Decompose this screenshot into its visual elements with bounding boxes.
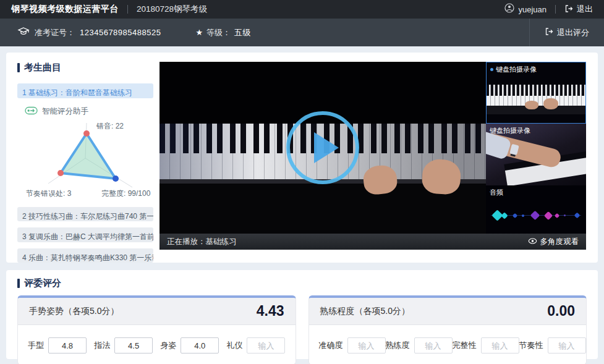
radar-polygon — [61, 133, 116, 179]
logout-icon — [545, 27, 553, 38]
audio-track[interactable]: 音频 — [486, 185, 586, 234]
now-playing-text: 正在播放：基础练习 — [167, 237, 237, 247]
session-title: 20180728钢琴考级 — [137, 4, 207, 15]
card-header: 手势姿势（各项5.0分） 4.43 — [18, 298, 296, 325]
graduation-cap-icon — [17, 27, 30, 38]
field-hand-shape: 手型 — [28, 337, 87, 353]
thumbnail-label: 键盘拍摄录像 — [490, 126, 530, 135]
radar-point-wrong-notes — [83, 130, 90, 137]
song-section-title-text: 考生曲目 — [24, 62, 61, 74]
card-total-score: 4.43 — [257, 303, 284, 320]
field-etiquette: 礼仪 — [226, 337, 285, 353]
scoring-section-title: 评委评分 — [17, 277, 587, 289]
accuracy-input[interactable] — [347, 337, 386, 353]
divider — [127, 5, 128, 14]
field-proficiency: 熟练度 — [386, 337, 453, 353]
radar-label-completeness: 完整度: 99/100 — [101, 189, 151, 198]
posture-input[interactable] — [181, 337, 219, 353]
username: yuejuan — [518, 5, 547, 14]
field-label: 熟练度 — [386, 340, 410, 351]
gesture-posture-card: 手势姿势（各项5.0分） 4.43 手型 指法 身姿 礼仪 — [17, 295, 296, 364]
user-avatar-icon — [504, 3, 514, 15]
smart-score-assistant[interactable]: 智能评分助手 — [25, 106, 153, 117]
radar-point-completeness — [113, 176, 119, 182]
logout-icon — [564, 4, 573, 15]
rhythm-input[interactable] — [548, 337, 586, 353]
thumb-hand — [525, 101, 538, 109]
field-rhythm: 节奏性 — [519, 337, 586, 353]
logout-button[interactable]: 退出 — [564, 4, 593, 15]
audio-label-text: 音频 — [490, 188, 503, 197]
exit-scoring-area: 退出评分 — [529, 19, 604, 46]
exit-scoring-label: 退出评分 — [557, 27, 589, 38]
top-bar-right: yuejuan 退出 — [504, 3, 593, 15]
level-group: ★ 等级： 五级 — [195, 27, 251, 38]
thumb-black-keys — [487, 85, 585, 96]
exam-panel: 考生曲目 1 基础练习：音阶和琶音基础练习 智能评分助手 — [6, 53, 598, 263]
multi-angle-label: 多角度观看 — [540, 237, 579, 247]
radar-chart: 错音: 22 节奏错误处: 3 完整度: 99/100 — [17, 118, 153, 201]
waveform-node — [544, 211, 553, 220]
field-label: 完整性 — [453, 340, 477, 351]
multi-angle-button[interactable]: 多角度观看 — [528, 237, 579, 247]
field-label: 礼仪 — [226, 340, 242, 351]
star-icon: ★ — [195, 28, 203, 37]
app-title: 钢琴视频考级数据运营平台 — [11, 4, 119, 15]
candidate-info-bar: 准考证号： 12345678985488525 ★ 等级： 五级 退出评分 — [0, 19, 604, 46]
field-label: 准确度 — [319, 340, 343, 351]
song-item-2[interactable]: 2 技巧性练习曲：车尔尼练习曲740 第一首 — [17, 207, 153, 222]
play-button[interactable] — [286, 111, 359, 184]
eye-icon — [528, 237, 537, 247]
thumbnail-keyboard-top[interactable]: 键盘拍摄录像 — [486, 62, 586, 124]
main-video[interactable] — [160, 62, 486, 234]
video-player: 键盘拍摄录像 键盘拍摄录像 音频 — [160, 62, 586, 250]
radar-label-wrong-notes: 错音: 22 — [96, 122, 124, 130]
hand-shape-input[interactable] — [48, 337, 87, 353]
card-header: 熟练程度（各项5.0分） 0.00 — [309, 298, 587, 325]
card-total-score: 0.00 — [547, 303, 575, 320]
fingering-input[interactable] — [114, 337, 153, 353]
thumbnail-label-text: 键盘拍摄录像 — [496, 65, 537, 74]
ticket-number: 12345678985488525 — [80, 28, 161, 37]
field-accuracy: 准确度 — [319, 337, 386, 353]
title-tick — [17, 279, 20, 288]
field-label: 指法 — [94, 340, 110, 351]
field-fingering: 指法 — [94, 337, 153, 353]
top-bar: 钢琴视频考级数据运营平台 20180728钢琴考级 yuejuan 退出 — [0, 0, 604, 19]
waveform-node — [530, 211, 540, 221]
card-title: 手势姿势（各项5.0分） — [29, 306, 119, 317]
exit-scoring-button[interactable]: 退出评分 — [545, 27, 589, 38]
song-section-title: 考生曲目 — [17, 62, 153, 74]
thumb-hand — [543, 98, 558, 109]
song-item-3[interactable]: 3 复调乐曲：巴赫C 大调平均律第一首前奏曲 — [17, 227, 153, 242]
player-bottom-bar: 正在播放：基础练习 多角度观看 — [160, 234, 586, 250]
logout-label: 退出 — [577, 4, 593, 15]
score-cards: 手势姿势（各项5.0分） 4.43 手型 指法 身姿 礼仪 — [17, 295, 587, 364]
audio-label: 音频 — [490, 188, 503, 197]
card-fields: 准确度 熟练度 完整性 节奏性 — [309, 325, 587, 364]
thumbnail-label: 键盘拍摄录像 — [490, 65, 537, 74]
title-tick — [17, 63, 20, 72]
ticket-label: 准考证号： — [35, 27, 75, 38]
field-label: 节奏性 — [519, 340, 543, 351]
waveform-node — [563, 214, 566, 216]
card-title: 熟练程度（各项5.0分） — [320, 306, 410, 317]
field-completeness: 完整性 — [453, 337, 519, 353]
song-item-1[interactable]: 1 基础练习：音阶和琶音基础练习 — [17, 83, 153, 98]
judge-scoring-panel: 评委评分 手势姿势（各项5.0分） 4.43 手型 指法 身姿 — [6, 270, 598, 359]
waveform-node — [555, 213, 559, 218]
proficiency-input[interactable] — [414, 337, 453, 353]
assistant-label: 智能评分助手 — [42, 106, 88, 117]
level-label: 等级： — [206, 27, 231, 38]
song-item-4[interactable]: 4 乐曲：莫扎特钢琴奏鸣曲K330 第一乐章 — [17, 248, 153, 263]
angle-thumbnails: 键盘拍摄录像 键盘拍摄录像 音频 — [486, 62, 586, 234]
candidate-info: 准考证号： 12345678985488525 ★ 等级： 五级 — [17, 27, 251, 38]
play-icon — [314, 132, 339, 163]
etiquette-input[interactable] — [247, 337, 285, 353]
recording-dot — [490, 68, 493, 71]
completeness-input[interactable] — [481, 337, 519, 353]
radar-label-rhythm-errors: 节奏错误处: 3 — [26, 189, 72, 198]
thumbnail-keyboard-side[interactable]: 键盘拍摄录像 — [486, 124, 586, 185]
waveform-node — [501, 212, 508, 219]
audio-waveform — [491, 206, 581, 225]
